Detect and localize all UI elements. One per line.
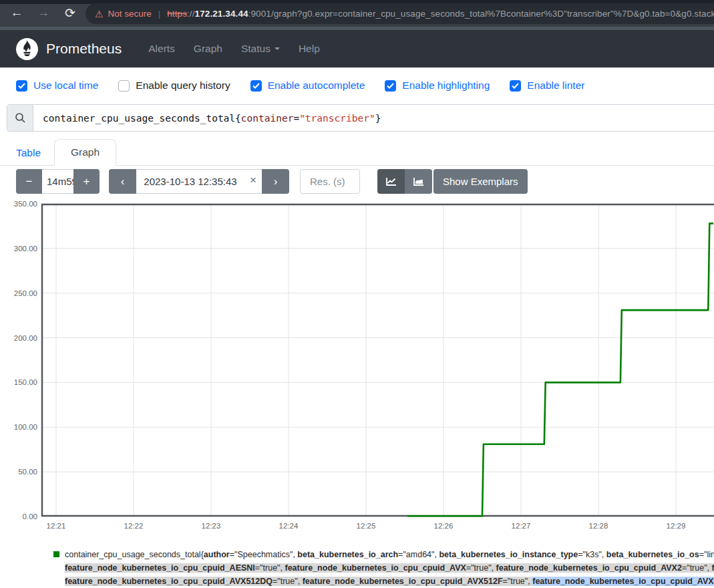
query-token-string: "transcriber" [299,113,375,124]
show-exemplars-button[interactable]: Show Exemplars [433,169,528,194]
legend-label-value: ="true", [273,577,303,586]
query-token-plain: } [375,113,381,124]
axis-tick-label: 200.00 [14,334,37,342]
chevron-down-icon [275,47,280,50]
legend-label-name: feature_node_kubernetes_io_cpu_cpuid_AES… [65,563,255,573]
legend-label-name: feature_node_kubernetes_io_cpu_cpuid_AVX… [532,577,714,586]
axis-tick-label: 100.00 [14,423,37,431]
axis-tick-label: 350.00 [14,200,37,208]
legend-label-name: beta_kubernetes_io_instance_type [439,550,578,559]
query-token-plain: container_cpu_usage_seconds_total{ [43,113,241,124]
nav-item-alerts[interactable]: Alerts [148,43,175,55]
legend-label-value: ="true", [255,563,285,573]
option-enable-autocomplete[interactable]: Enable autocomplete [250,80,365,92]
legend-label-name: beta_kubernetes_io_arch [297,550,398,559]
legend-label-name: beta_kubernetes_io_os [606,550,699,559]
url-divider: | [158,9,160,19]
legend-label-name: author [204,550,230,559]
brand-title[interactable]: Prometheus [46,41,122,57]
axis-tick-label: 12:21 [47,522,66,530]
query-expression[interactable]: container_cpu_usage_seconds_total{contai… [33,105,381,131]
prometheus-navbar: Prometheus AlertsGraphStatusHelp [0,30,714,67]
axis-tick-label: 12:28 [589,522,608,530]
tab-graph[interactable]: Graph [54,139,116,166]
end-time-input[interactable] [136,169,262,194]
legend-line[interactable]: container_cpu_usage_seconds_total{author… [53,548,714,561]
option-enable-query-history[interactable]: Enable query history [118,80,230,92]
not-secure-warning-icon: ⚠ [95,9,104,19]
legend-label-name: feature_node_kubernetes_io_cpu_cpuid_AVX… [496,563,682,573]
stacked-chart-toggle-button[interactable] [405,169,432,194]
checkbox-checked-icon[interactable] [250,80,262,92]
query-token-plain: = [293,113,299,124]
query-input-box[interactable]: container_cpu_usage_seconds_total{contai… [7,104,714,132]
axis-tick-label: 12:27 [512,522,531,530]
axis-tick-label: 50.00 [18,468,37,476]
legend-label-value: container_cpu_usage_seconds_total{ [65,550,204,559]
legend-label-value: ="Speechmatics", [230,550,298,559]
axis-tick-label: 12:24 [279,522,299,530]
stacked-chart-icon [413,176,425,187]
range-decrease-button[interactable]: − [16,169,42,194]
nav-item-status[interactable]: Status [241,43,280,55]
browser-back-button[interactable]: ← [8,5,25,20]
graph-canvas[interactable]: 350.00300.00250.00200.00150.00100.0050.0… [0,199,714,535]
axis-tick-label: 12:25 [357,522,376,530]
browser-refresh-button[interactable]: ⟳ [61,5,79,21]
series-swatch-icon [53,551,59,557]
nav-items: AlertsGraphStatusHelp [139,43,329,55]
graph-panel: 350.00300.00250.00200.00150.00100.0050.0… [0,199,714,535]
query-token-label: container [241,113,294,124]
legend-label-name: feature_node_kubernetes_io_cpu_cpuid_AVX… [65,577,273,586]
legend-line[interactable]: feature_node_kubernetes_io_cpu_cpuid_AVX… [65,575,714,588]
search-icon [7,105,33,131]
url-text: https://172.21.34.44:9001/graph?g0.expr=… [167,9,714,19]
axis-tick-label: 150.00 [14,378,37,386]
checkbox-checked-icon[interactable] [385,80,396,92]
checkbox-checked-icon[interactable] [510,80,521,92]
clear-time-icon[interactable]: × [250,174,256,187]
axis-tick-label: 300.00 [14,245,37,253]
legend-label-name: feature_node_kubernetes_io_cpu_cpuid_AVX [285,563,466,573]
range-input[interactable] [42,169,73,194]
browser-forward-button[interactable]: → [35,5,52,20]
panel-tabs: TableGraph [0,136,714,166]
legend-label-value: ="k3s", [578,550,606,559]
tab-table[interactable]: Table [0,140,57,166]
axis-tick-label: 12:29 [667,522,686,530]
time-back-button[interactable]: ‹ [109,169,136,194]
option-label: Enable query history [136,80,230,92]
resolution-input[interactable] [300,169,360,194]
option-enable-linter[interactable]: Enable linter [510,80,584,92]
legend-label-value: ="true", [682,563,712,573]
checkbox-unchecked-icon[interactable] [118,80,130,92]
legend-label-value: ="true", [503,577,533,586]
option-label: Enable linter [527,80,584,92]
option-enable-highlighting[interactable]: Enable highlighting [385,80,490,92]
legend-line[interactable]: feature_node_kubernetes_io_cpu_cpuid_AES… [65,561,714,575]
option-label: Enable highlighting [402,80,490,92]
graph-legend: container_cpu_usage_seconds_total{author… [0,548,714,588]
axis-tick-label: 12:22 [124,522,144,530]
axis-tick-label: 0.00 [23,512,37,521]
prometheus-logo-icon[interactable] [16,38,38,60]
checkbox-checked-icon[interactable] [16,80,27,92]
graph-toolbar: − + ‹ × › Show Exemplars [0,169,714,194]
axis-tick-label: 250.00 [14,289,37,297]
legend-label-value: ="true", [466,563,496,573]
option-use-local-time[interactable]: Use local time [16,80,98,92]
legend-label-name: feature_node_kubernetes_io_cpu_cpuid_AVX… [303,577,503,586]
option-label: Enable autocomplete [268,80,365,92]
range-increase-button[interactable]: + [73,169,100,194]
url-host: 172.21.34.44 [195,9,248,19]
line-chart-toggle-button[interactable] [377,169,405,194]
nav-item-help[interactable]: Help [299,43,320,55]
time-forward-button[interactable]: › [262,169,289,194]
legend-label-value: ="amd64", [398,550,439,559]
not-secure-label: Not secure [108,9,152,19]
nav-item-graph[interactable]: Graph [194,43,222,55]
option-label: Use local time [33,80,98,92]
url-scheme: https [167,9,187,19]
browser-url-bar[interactable]: ⚠ Not secure | https://172.21.34.44:9001… [85,3,714,24]
axis-tick-label: 12:23 [202,522,221,530]
